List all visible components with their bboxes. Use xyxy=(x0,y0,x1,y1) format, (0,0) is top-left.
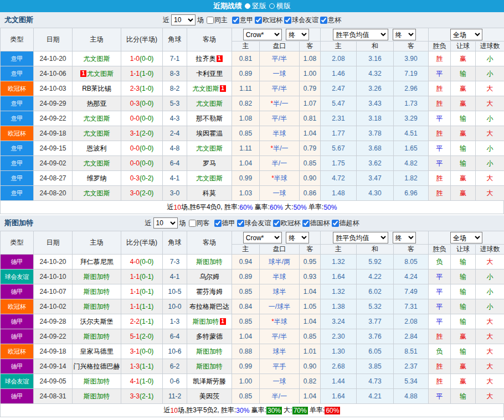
away-team[interactable]: 拉齐奥1 xyxy=(187,51,232,66)
home-team[interactable]: 皇家马德里 xyxy=(73,344,121,359)
same-venue-checkbox[interactable] xyxy=(207,17,214,24)
mean-type-select[interactable]: 胜平负均值 xyxy=(333,29,388,40)
score-cell: 3-0(2-0) xyxy=(121,186,163,201)
scope-select[interactable]: 全场 xyxy=(450,29,482,40)
away-team[interactable]: 尤文图斯 xyxy=(187,141,232,156)
league-filter-item[interactable]: 德甲 xyxy=(214,219,235,228)
col-header-away: 客场 xyxy=(187,231,232,255)
away-team[interactable]: 乌尔姆 xyxy=(187,269,232,284)
match-date: 24-10-20 xyxy=(34,255,73,269)
away-odds: 1.04 xyxy=(300,389,321,404)
home-team[interactable]: 尤文图斯 xyxy=(73,126,121,141)
odds-source-select[interactable]: Crow* xyxy=(243,29,282,40)
away-team[interactable]: 凯泽斯劳滕 xyxy=(187,374,232,389)
away-team[interactable]: 斯图加特 xyxy=(187,344,232,359)
league-checkbox[interactable] xyxy=(284,17,291,24)
match-count-select[interactable]: 10 xyxy=(153,217,178,229)
away-team-label: 美因茨 xyxy=(199,392,219,400)
score-cell: 3-1(0-0) xyxy=(121,344,163,359)
league-filter-item[interactable]: 德超杯 xyxy=(332,219,359,228)
away-odds: 0.85 xyxy=(300,156,321,171)
home-team[interactable]: 恩波利 xyxy=(73,141,121,156)
home-team[interactable]: 维罗纳 xyxy=(73,171,121,186)
home-team[interactable]: 1尤文图斯 xyxy=(73,66,121,81)
league-badge: 德甲 xyxy=(1,359,34,374)
home-odds: 0.85 xyxy=(232,389,260,404)
league-filter-group: 意甲欧冠杯球会友谊意杯 xyxy=(230,15,341,25)
mean-type-select[interactable]: 胜平负均值 xyxy=(333,232,388,243)
away-team[interactable]: 斯图加特 xyxy=(187,255,232,269)
layout-option-horizontal[interactable]: 横版 xyxy=(269,1,291,11)
home-team[interactable]: 拜仁慕尼黑 xyxy=(73,255,121,269)
league-checkbox[interactable] xyxy=(320,17,327,24)
mean-final-select[interactable]: 终 xyxy=(393,232,416,243)
home-team[interactable]: 尤文图斯 xyxy=(73,111,121,126)
home-team[interactable]: 尤文图斯 xyxy=(73,186,121,201)
home-team[interactable]: 热那亚 xyxy=(73,96,121,111)
score-cell: 2-3(1-0) xyxy=(121,81,163,96)
away-team[interactable]: 卡利亚里 xyxy=(187,66,232,81)
score-cell: 1-1(0-1) xyxy=(121,284,163,299)
home-team[interactable]: 斯图加特 xyxy=(73,284,121,299)
league-checkbox[interactable] xyxy=(302,220,310,227)
league-checkbox[interactable] xyxy=(232,17,239,24)
home-team[interactable]: 沃尔夫斯堡 xyxy=(73,314,121,329)
home-team-label: 热那亚 xyxy=(87,100,107,107)
same-venue-checkbox[interactable] xyxy=(189,220,196,227)
summary-segment: 近 xyxy=(164,406,171,415)
same-venue-label: 同主 xyxy=(214,15,228,25)
odds-final-select[interactable]: 终 xyxy=(286,232,309,243)
league-filter-item[interactable]: 球会友谊 xyxy=(237,219,271,228)
away-team[interactable]: 美因茨 xyxy=(187,389,232,404)
away-team[interactable]: 斯图加特 xyxy=(187,359,232,374)
same-venue-filter[interactable]: 同主 xyxy=(207,15,228,25)
mean-home: 1.44 xyxy=(321,374,357,389)
league-checkbox[interactable] xyxy=(214,220,222,227)
league-checkbox[interactable] xyxy=(255,17,262,24)
result-badge: 胜 xyxy=(429,329,451,344)
away-team[interactable]: 布拉格斯巴达 xyxy=(187,299,232,314)
league-filter-item[interactable]: 意甲 xyxy=(232,15,253,25)
home-team[interactable]: 尤文图斯 xyxy=(73,51,121,66)
away-team[interactable]: 那不勒斯 xyxy=(187,111,232,126)
league-badge: 球会友谊 xyxy=(1,269,34,284)
away-team[interactable]: 尤文图斯 xyxy=(187,96,232,111)
away-team[interactable]: 霍芬海姆 xyxy=(187,284,232,299)
odds-final-select[interactable]: 终 xyxy=(286,29,309,40)
home-team[interactable]: 斯图加特 xyxy=(73,269,121,284)
halftime-score: (0-2) xyxy=(140,174,153,182)
away-team[interactable]: 尤文图斯 xyxy=(187,171,232,186)
home-odds: 1.03 xyxy=(232,186,260,201)
league-filter-item[interactable]: 欧冠杯 xyxy=(273,219,301,228)
home-team[interactable]: 尤文图斯 xyxy=(73,156,121,171)
home-team[interactable]: 斯图加特 xyxy=(73,374,121,389)
handicap-result: 输 xyxy=(451,299,476,314)
league-checkbox[interactable] xyxy=(332,220,339,227)
away-team[interactable]: 多特蒙德 xyxy=(187,329,232,344)
home-team[interactable]: 门兴格拉德巴赫 xyxy=(73,359,121,374)
layout-option-vertical[interactable]: 竖版 xyxy=(245,1,266,11)
away-team[interactable]: 罗马 xyxy=(187,156,232,171)
away-team[interactable]: 埃因霍温 xyxy=(187,126,232,141)
goals-result: 大 xyxy=(476,374,504,389)
corner-score: 7-1 xyxy=(163,51,187,66)
league-filter-item[interactable]: 球会友谊 xyxy=(284,15,318,25)
league-filter-item[interactable]: 意杯 xyxy=(320,15,341,25)
league-checkbox[interactable] xyxy=(273,220,280,227)
scope-select[interactable]: 全场 xyxy=(450,232,482,243)
same-venue-filter[interactable]: 同客 xyxy=(189,219,210,228)
result-badge: 胜 xyxy=(429,359,451,374)
away-team[interactable]: 科莫 xyxy=(187,186,232,201)
league-checkbox[interactable] xyxy=(237,220,244,227)
home-team[interactable]: 斯图加特 xyxy=(73,299,121,314)
mean-final-select[interactable]: 终 xyxy=(393,29,416,40)
match-count-select[interactable]: 10 xyxy=(171,14,196,25)
league-filter-item[interactable]: 德国杯 xyxy=(302,219,330,228)
away-team[interactable]: 尤文图斯1 xyxy=(187,81,232,96)
home-team[interactable]: 斯图加特 xyxy=(73,389,121,404)
league-filter-item[interactable]: 欧冠杯 xyxy=(255,15,282,25)
home-team[interactable]: RB莱比锡 xyxy=(73,81,121,96)
home-team[interactable]: 斯图加特 xyxy=(73,329,121,344)
away-team[interactable]: 斯图加特1 xyxy=(187,314,232,329)
odds-source-select[interactable]: Crow* xyxy=(243,232,282,243)
